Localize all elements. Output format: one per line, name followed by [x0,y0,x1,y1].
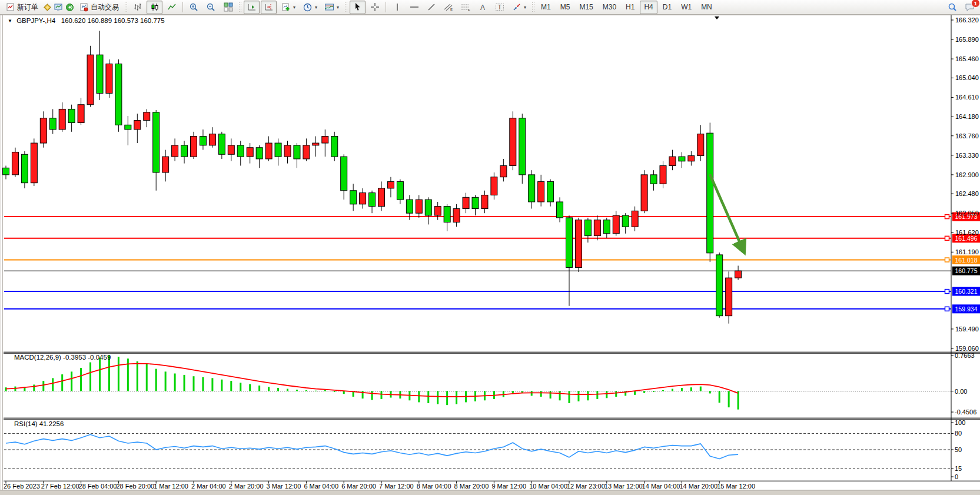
cursor-icon [353,2,363,12]
signals-icon[interactable] [65,2,75,12]
svg-text:F: F [468,8,470,12]
bar-chart-button[interactable] [129,1,145,14]
candle-body [144,112,150,121]
timeframe-m1-button[interactable]: M1 [537,1,555,14]
candle-body [594,220,600,236]
autotrading-button[interactable]: 自动交易 [76,1,122,14]
price-axis[interactable]: 166.320165.890165.460165.040164.610164.1… [951,15,980,481]
timeframe-d1-button[interactable]: D1 [659,1,676,14]
time-axis-label: 7 Mar 12:00 [379,483,414,490]
candle-body [519,118,526,175]
tile-windows-button[interactable] [220,1,236,14]
equidistant-channel-tool-button[interactable]: E [440,1,456,14]
time-axis-label: 8 Mar 20:00 [454,483,489,490]
price-axis-label: 161.190 [955,248,979,255]
candle-body [735,271,742,278]
rsi-axis-label: 15 [955,465,962,472]
timeframe-m15-button[interactable]: M15 [575,1,597,14]
candle-body [660,165,666,184]
timeframe-h4-button[interactable]: H4 [640,1,657,14]
templates-icon [324,2,334,12]
candle-body [603,220,610,234]
candle-body [78,105,84,123]
chart-background [0,15,980,495]
crosshair-icon [370,2,380,12]
chart-symbol: GBPJPY-,H4 [16,17,55,24]
candle-body [322,137,328,144]
crosshair-button[interactable] [367,1,383,14]
candle-body [679,157,685,161]
candle-body [162,157,169,172]
candle-body [434,207,441,215]
vertical-line-icon [392,2,402,12]
templates-button[interactable]: ▾ [321,1,342,14]
candle-body [453,209,460,222]
timeframe-mn-button[interactable]: MN [697,1,716,14]
rsi-axis-label: 100 [955,419,965,426]
timeframe-w1-button[interactable]: W1 [677,1,696,14]
candle-body [387,181,394,188]
indicators-dropdown-icon[interactable]: ▾ [293,5,295,10]
price-axis-label: 161.620 [955,229,979,236]
periods-dropdown-icon[interactable]: ▾ [315,5,317,10]
candle-body [115,64,122,125]
chart-shift-button[interactable] [261,1,277,14]
trendline-tool-button[interactable] [423,1,439,14]
macd-label: MACD(12,26,9) -0.3953 -0.0459 [14,354,111,361]
candle-body [3,168,9,175]
chart-canvas[interactable]: 161.973161.496161.018160.775160.321159.9… [0,0,980,495]
trendline-icon [426,2,436,12]
timeframe-h1-button[interactable]: H1 [622,1,639,14]
arrows-tool-icon [511,2,521,12]
symbols-icon[interactable] [42,2,52,12]
candle-body [284,145,291,157]
time-axis-label: 1 Mar 12:00 [154,483,188,490]
text-label-icon: T [494,2,504,12]
search-button[interactable] [945,1,961,14]
price-axis-label: 164.610 [955,94,979,101]
candle-body [97,55,103,93]
new-order-button[interactable]: 新订单 [2,1,41,14]
vertical-line-tool-button[interactable] [389,1,405,14]
candle-body [350,191,357,204]
chart-ohlc: 160.620 160.889 160.573 160.775 [61,17,165,24]
candle-body [557,202,563,218]
notification-badge: 1 [971,0,980,8]
arrows-tool-button[interactable]: ▾ [509,1,529,14]
timeframe-m5-button[interactable]: M5 [556,1,574,14]
cursor-button[interactable] [350,1,366,14]
fibonacci-tool-button[interactable]: F [457,1,473,14]
text-label-tool-button[interactable]: T [491,1,507,14]
candle-body [491,177,497,195]
zoom-out-button[interactable] [203,1,219,14]
line-chart-button[interactable] [164,1,180,14]
auto-scroll-button[interactable] [244,1,260,14]
time-axis-label: 10 Mar 04:00 [529,483,567,490]
arrows-dropdown-icon[interactable]: ▾ [524,5,526,10]
price-axis-label: 162.900 [955,171,979,178]
candle-body [406,200,413,213]
price-axis-label: 159.060 [955,345,979,352]
candle-body [265,143,272,159]
price-axis-label: 162.050 [955,210,979,217]
macd-axis-label: -0.4506 [955,408,976,416]
indicators-button[interactable]: ▾ [278,1,298,14]
periods-button[interactable]: ▾ [300,1,320,14]
fibonacci-icon: F [460,2,470,12]
market-watch-icon[interactable] [54,2,64,12]
text-tool-button[interactable]: A [474,1,490,14]
candle-body [500,165,507,177]
chart-title: ▼ GBPJPY-,H4 160.620 160.889 160.573 160… [8,17,165,24]
svg-text:T: T [497,4,501,11]
templates-dropdown-icon[interactable]: ▾ [337,5,339,10]
candle-body [21,154,28,182]
time-axis[interactable]: 26 Feb 202327 Feb 12:0028 Feb 04:0028 Fe… [0,481,951,490]
notifications-button[interactable]: 1 [962,1,978,14]
horizontal-line-tool-button[interactable] [406,1,422,14]
collapse-triangle-icon[interactable]: ▼ [8,18,12,24]
timeframe-m30-button[interactable]: M30 [599,1,620,14]
candlestick-chart-button[interactable] [147,1,162,14]
candle-body [68,109,75,122]
price-axis-label: 163.760 [955,132,979,139]
zoom-in-button[interactable] [186,1,202,14]
